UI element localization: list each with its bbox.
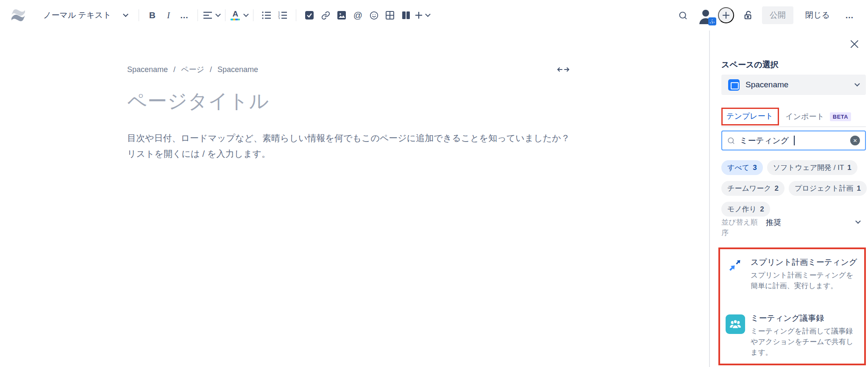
template-title: ミーティング議事録 (751, 313, 859, 324)
editor-content-area: Spacename / ページ / Spacename ページタイトル 目次や日… (0, 31, 709, 161)
layouts-button[interactable] (398, 6, 414, 24)
invite-add-button[interactable] (718, 7, 734, 23)
close-icon (849, 39, 860, 49)
unlock-icon (743, 10, 753, 20)
layouts-icon (402, 11, 410, 19)
breadcrumb-space[interactable]: Spacename (127, 65, 168, 74)
avatar-language-badge: ふ (708, 17, 716, 25)
sort-order-row: 並び替え順序 推奨 (721, 217, 863, 238)
close-editor-button[interactable]: 閉じる (799, 6, 836, 24)
plus-icon (722, 11, 730, 19)
publish-button[interactable]: 公開 (762, 6, 793, 24)
annotation-box-template-list: スプリント計画ミーティング スプリント計画ミーティングを簡単に計画、実行します。 (718, 247, 866, 365)
toolbar-divider (139, 9, 139, 21)
search-icon (679, 11, 687, 20)
image-icon (337, 11, 346, 19)
beta-badge: BETA (830, 112, 851, 121)
table-icon (386, 11, 394, 19)
italic-button[interactable]: I (160, 6, 176, 24)
breadcrumb-parent[interactable]: ページ (181, 64, 204, 75)
filter-chip-project-planning[interactable]: プロジェクト計画 1 (789, 181, 867, 196)
breadcrumb-page[interactable]: Spacename (217, 65, 258, 74)
chevron-down-icon (123, 11, 129, 17)
plus-icon (415, 11, 423, 19)
svg-text:3: 3 (278, 17, 280, 19)
chevron-down-icon (425, 11, 431, 17)
editor-toolbar: ノーマル テキスト B I … A (0, 0, 868, 31)
text-color-icon: A (231, 10, 240, 20)
filter-chip-teamwork[interactable]: チームワーク 2 (721, 181, 785, 196)
chip-count: 1 (857, 184, 860, 193)
link-button[interactable] (317, 6, 334, 24)
restrictions-button[interactable] (740, 6, 756, 24)
more-formatting-button[interactable]: … (176, 6, 192, 24)
task-checkbox-button[interactable] (301, 6, 317, 24)
template-search-input[interactable]: ミーティング ✕ (721, 131, 866, 150)
text-color-button[interactable]: A (231, 6, 248, 24)
text-style-dropdown[interactable]: ノーマル テキスト (37, 6, 134, 24)
toolbar-divider (198, 9, 198, 21)
tabs-divider (721, 126, 866, 127)
chevron-down-icon (244, 11, 249, 17)
tab-import[interactable]: インポート (785, 111, 824, 122)
insert-image-button[interactable] (334, 6, 350, 24)
toolbar-left-group: ノーマル テキスト B I … A (10, 6, 430, 24)
annotation-box-templates-tab: テンプレート (721, 108, 779, 125)
toolbar-divider (253, 9, 253, 21)
task-checkbox-icon (305, 11, 314, 19)
toolbar-divider (296, 9, 296, 21)
search-icon (727, 137, 735, 145)
chip-label: チームワーク (727, 184, 771, 193)
chevron-down-icon (216, 11, 221, 17)
template-item-sprint-planning[interactable]: スプリント計画ミーティング スプリント計画ミーティングを簡単に計画、実行します。 (720, 257, 864, 291)
sort-order-value[interactable]: 推奨 (766, 217, 781, 228)
numbered-list-button[interactable]: 123 (275, 6, 291, 24)
template-filter-chips: すべて 3 ソフトウェア開発 / IT 1 チームワーク 2 プロジェクト計画 … (721, 160, 868, 217)
chip-count: 1 (847, 164, 851, 172)
tab-templates[interactable]: テンプレート (726, 112, 773, 120)
filter-chip-all[interactable]: すべて 3 (721, 160, 763, 175)
sidebar-tabs: テンプレート インポート BETA (721, 108, 866, 125)
toolbar-right-group: ふ 公開 閉じる … (675, 6, 858, 24)
chevron-down-icon[interactable] (855, 218, 861, 224)
link-icon (321, 11, 330, 20)
editor-body-placeholder[interactable]: 目次や日付、ロードマップなど、素晴らしい情報を何でもこのページに追加できることを… (127, 130, 571, 161)
more-options-button[interactable]: … (842, 6, 858, 24)
emoji-button[interactable] (366, 6, 382, 24)
confluence-editor-page: ノーマル テキスト B I … A (0, 0, 868, 367)
confluence-logo-icon (10, 6, 26, 24)
space-select-dropdown[interactable]: Spacename (721, 75, 866, 95)
user-avatar[interactable]: ふ (697, 6, 715, 24)
search-button[interactable] (675, 6, 691, 24)
clear-search-button[interactable]: ✕ (850, 136, 860, 145)
chevron-down-icon (854, 81, 860, 86)
bullet-list-icon (262, 11, 271, 19)
page-width-toggle-button[interactable] (555, 64, 571, 75)
chip-label: プロジェクト計画 (795, 184, 853, 193)
chip-label: すべて (727, 163, 749, 172)
toolbar-divider (225, 9, 225, 21)
jira-icon (727, 259, 743, 275)
mention-button[interactable]: @ (350, 6, 366, 24)
template-item-meeting-notes[interactable]: ミーティング議事録 ミーティングを計画して議事録やアクションをチームで共有します… (720, 313, 864, 358)
space-select-label: スペースの選択 (721, 59, 779, 70)
filter-chip-software-it[interactable]: ソフトウェア開発 / IT 1 (767, 160, 857, 175)
templates-sidebar: スペースの選択 Spacename テンプレート インポート BETA ミーティ… (709, 31, 868, 367)
insert-table-button[interactable] (382, 6, 398, 24)
template-description: ミーティングを計画して議事録やアクションをチームで共有します。 (751, 326, 859, 358)
template-title: スプリント計画ミーティング (751, 257, 859, 268)
chip-count: 3 (753, 164, 757, 172)
breadcrumb: Spacename / ページ / Spacename (127, 64, 258, 75)
numbered-list-icon: 123 (278, 11, 287, 19)
search-input-value: ミーティング (740, 135, 789, 146)
bullet-list-button[interactable] (259, 6, 275, 24)
filter-chip-making[interactable]: モノ作り 2 (721, 202, 770, 217)
template-description: スプリント計画ミーティングを簡単に計画、実行します。 (751, 270, 859, 291)
insert-more-button[interactable] (414, 6, 430, 24)
text-align-button[interactable] (203, 6, 220, 24)
breadcrumb-separator: / (173, 65, 175, 74)
bold-button[interactable]: B (144, 6, 160, 24)
emoji-icon (370, 11, 378, 20)
sidebar-close-button[interactable] (849, 38, 860, 50)
page-title-placeholder[interactable]: ページタイトル (127, 88, 571, 114)
